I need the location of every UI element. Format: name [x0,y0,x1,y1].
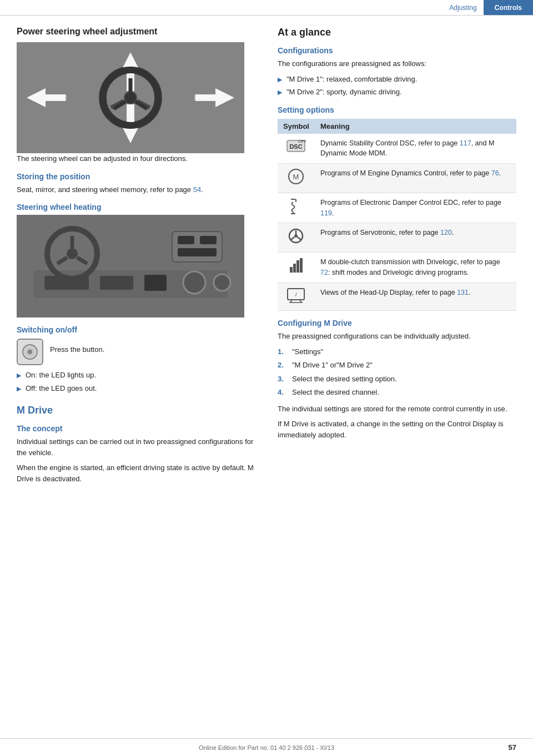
meaning-cell: Programs of Electronic Damper Control ED… [315,193,516,223]
step-text: "M Drive 1" or"M Drive 2" [292,360,373,371]
header-adjusting-label: Adjusting [443,4,483,12]
configuring-title: Configuring M Drive [278,319,516,327]
config-arrow-2: ▶ [278,88,282,97]
storing-page-link[interactable]: 54 [193,185,201,194]
step-number: 3. [278,374,288,385]
step-number: 2. [278,360,288,371]
svg-point-29 [67,248,78,259]
step-item: 1."Settings" [278,346,516,357]
configurations-title: Configurations [278,46,516,55]
step-item: 3.Select the desired setting option. [278,374,516,385]
meaning-cell: Programs of Servotronic, refer to page 1… [315,223,516,253]
svg-text:M: M [293,173,299,181]
symbol-cell: M [278,164,315,193]
svg-point-26 [183,271,205,294]
bullet-arrow-off: ▶ [17,384,21,394]
meaning-cell: Dynamic Stability Control DSC, refer to … [315,134,516,164]
page-footer: Online Edition for Part no. 01 40 2 926 … [0,738,533,756]
config-bullet-1: ▶ "M Drive 1": relaxed, comfortable driv… [278,74,516,85]
meaning-cell: Views of the Head-Up Display, refer to p… [315,283,516,311]
svg-rect-36 [178,248,217,256]
svg-rect-25 [144,275,167,291]
steering-heating-image [17,215,244,317]
page-number: 57 [509,743,516,752]
m-drive-title: M Drive [17,405,261,416]
the-concept-title: The concept [17,424,261,433]
steering-wheel-image [17,42,244,153]
symbol-cell [278,253,315,283]
left-column: Power steering wheel adjustment [17,27,261,488]
configs-desc: The configurations are preassigned as fo… [278,58,516,69]
heating-button-icon[interactable]: ❄ [17,339,43,365]
switch-desc: Press the button. [50,344,104,355]
steps-list: 1."Settings"2."M Drive 1" or"M Drive 2"3… [278,346,516,398]
table-col-meaning: Meaning [315,119,516,134]
steering-desc: The steering wheel can be adjusted in fo… [17,153,261,164]
svg-point-27 [214,274,230,291]
step-text: Select the desired setting option. [292,374,397,385]
svg-rect-55 [296,260,299,273]
svg-rect-53 [290,267,293,273]
svg-rect-56 [300,258,303,273]
svg-point-49 [294,234,298,238]
concept-desc1: Individual settings can be carried out i… [17,436,261,458]
step-text: Select the desired channel. [292,387,379,398]
svg-text:DSC: DSC [290,143,303,150]
svg-line-51 [291,237,294,240]
svg-rect-54 [293,264,296,273]
svg-text:OFF: OFF [298,139,306,144]
bullet-on: ▶ On: the LED lights up. [17,370,261,381]
step-number: 1. [278,346,288,357]
header-controls-label: Controls [484,0,533,15]
footer-edition-text: Online Edition for Part no. 01 40 2 926 … [199,744,334,751]
config-arrow-1: ▶ [278,75,282,84]
configuring-note2: If M Drive is activated, a change in the… [278,419,516,440]
table-row: Programs of Servotronic, refer to page 1… [278,223,516,253]
storing-position-title: Storing the position [17,172,261,181]
page-header: Adjusting Controls [0,0,533,16]
symbol-cell: DSC OFF [278,134,315,164]
symbol-cell [278,223,315,253]
bullet-arrow-on: ▶ [17,371,21,380]
power-steering-title: Power steering wheel adjustment [17,27,261,37]
button-icon-row: ❄ Press the button. [17,339,261,365]
m-drive-section: M Drive The concept Individual settings … [17,405,261,484]
symbol-cell [278,193,315,223]
at-a-glance-title: At a glance [278,27,516,38]
bullet-off: ▶ Off: the LED goes out. [17,383,261,394]
table-row: DSC OFF Dynamic Stability Control DSC, r… [278,134,516,164]
svg-rect-34 [178,236,194,244]
meaning-cell: M double-clutch transmission with Drivel… [315,253,516,283]
page-content: Power steering wheel adjustment [0,16,533,500]
step-text: "Settings" [292,346,323,357]
configuring-desc: The preassigned configurations can be in… [278,331,516,342]
step-item: 4.Select the desired channel. [278,387,516,398]
table-row: i Views of the Head-Up Display, refer to… [278,283,516,311]
symbol-cell: i [278,283,315,311]
svg-text:❄: ❄ [27,347,33,356]
svg-text:i: i [295,291,297,298]
step-item: 2."M Drive 1" or"M Drive 2" [278,360,516,371]
concept-desc2: When the engine is started, an efficient… [17,462,261,484]
svg-point-16 [125,92,136,103]
setting-options-table: Symbol Meaning DSC OFF Dynamic Stability… [278,119,516,311]
meaning-cell: Programs of M Engine Dynamics Control, r… [315,164,516,193]
right-column: At a glance Configurations The configura… [278,27,516,488]
step-number: 4. [278,387,288,398]
table-row: M Programs of M Engine Dynamics Control,… [278,164,516,193]
table-row: Programs of Electronic Damper Control ED… [278,193,516,223]
configuring-note1: The individual settings are stored for t… [278,404,516,415]
storing-desc: Seat, mirror, and steering wheel memory,… [17,184,261,195]
config-bullet-2: ▶ "M Drive 2": sporty, dynamic driving. [278,87,516,98]
setting-options-title: Setting options [278,105,516,114]
switching-title: Switching on/off [17,325,261,334]
svg-rect-35 [200,236,217,244]
steering-heating-title: Steering wheel heating [17,203,261,211]
svg-line-52 [298,237,301,240]
table-col-symbol: Symbol [278,119,315,134]
table-row: M double-clutch transmission with Drivel… [278,253,516,283]
svg-rect-24 [100,276,133,290]
